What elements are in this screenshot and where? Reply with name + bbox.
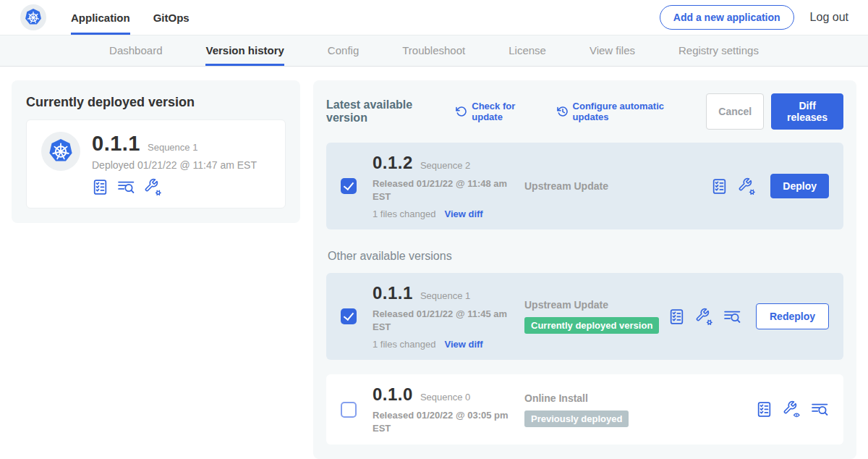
source-label: Upstream Update — [524, 180, 711, 192]
edit-config-icon[interactable] — [695, 308, 713, 326]
version-checkbox[interactable] — [341, 402, 357, 418]
version-row-0-1-0: 0.1.0 Sequence 0 Released 01/20/22 @ 03:… — [326, 374, 843, 445]
released-timestamp: Released 01/21/22 @ 11:48 am EST — [373, 177, 510, 203]
version-info: 0.1.1 Sequence 1 Released 01/21/22 @ 11:… — [373, 283, 517, 350]
version-checkbox[interactable] — [341, 178, 357, 194]
version-sequence: Sequence 0 — [420, 392, 470, 403]
add-application-button[interactable]: Add a new application — [660, 5, 794, 30]
edit-config-icon[interactable] — [144, 178, 162, 196]
released-timestamp: Released 01/20/22 @ 03:05 pm EST — [373, 409, 510, 434]
schedule-update-icon — [557, 106, 569, 117]
latest-available-title: Latest available version — [326, 98, 446, 125]
main-content: Currently deployed version 0.1.1 Sequenc… — [0, 67, 868, 459]
available-header: Latest available version Check for updat… — [326, 93, 843, 130]
available-versions-panel: Latest available version Check for updat… — [313, 80, 856, 459]
view-files-icon[interactable] — [723, 309, 741, 324]
version-actions: Redeploy — [668, 303, 829, 329]
currently-deployed-badge: Currently deployed version — [524, 317, 659, 334]
refresh-icon — [456, 106, 467, 117]
release-notes-icon[interactable] — [668, 308, 685, 325]
source-label: Upstream Update — [524, 299, 668, 311]
deployed-timestamp: Deployed 01/21/22 @ 11:47 am EST — [92, 159, 257, 171]
version-row-0-1-1: 0.1.1 Sequence 1 Released 01/21/22 @ 11:… — [326, 273, 843, 360]
subnav-version-history[interactable]: Version history — [205, 35, 284, 66]
subnav-dashboard[interactable]: Dashboard — [109, 35, 162, 66]
version-number: 0.1.0 — [373, 384, 413, 405]
deployed-actions — [92, 178, 257, 196]
version-sequence: Sequence 2 — [420, 160, 470, 171]
currently-deployed-panel: Currently deployed version 0.1.1 Sequenc… — [12, 80, 300, 223]
configure-updates-label: Configure automatic updates — [573, 101, 691, 122]
release-notes-icon[interactable] — [756, 401, 773, 418]
version-source: Upstream Update — [517, 180, 711, 192]
version-source: Upstream Update Currently deployed versi… — [517, 299, 668, 334]
tab-application[interactable]: Application — [71, 0, 130, 35]
header-actions: Cancel Diff releases — [706, 93, 843, 130]
released-timestamp: Released 01/21/22 @ 11:45 am EST — [373, 308, 510, 333]
app-icon-circle — [41, 132, 80, 171]
files-changed-label: 1 files changed — [373, 209, 435, 219]
view-diff-link[interactable]: View diff — [444, 209, 482, 219]
check-for-update-link[interactable]: Check for update — [456, 101, 540, 122]
version-info: 0.1.0 Sequence 0 Released 01/20/22 @ 03:… — [373, 384, 517, 434]
deployed-version-info: 0.1.1 Sequence 1 Deployed 01/21/22 @ 11:… — [92, 132, 257, 196]
subnav-config[interactable]: Config — [328, 35, 359, 66]
version-info: 0.1.2 Sequence 2 Released 01/21/22 @ 11:… — [373, 153, 517, 219]
kubernetes-logo-icon — [23, 7, 43, 28]
top-navigation-bar: Application GitOps Add a new application… — [0, 0, 868, 35]
configure-automatic-updates-link[interactable]: Configure automatic updates — [557, 101, 691, 122]
cancel-button[interactable]: Cancel — [706, 93, 764, 130]
redeploy-button[interactable]: Redeploy — [756, 303, 829, 329]
top-tabs: Application GitOps — [71, 0, 190, 35]
check-for-update-label: Check for update — [472, 101, 540, 122]
version-row-0-1-2: 0.1.2 Sequence 2 Released 01/21/22 @ 11:… — [326, 143, 843, 230]
deploy-button[interactable]: Deploy — [770, 174, 829, 198]
version-actions — [756, 400, 829, 418]
kubernetes-logo-icon — [46, 137, 75, 166]
subnav-troubleshoot[interactable]: Troubleshoot — [402, 35, 465, 66]
view-config-icon[interactable] — [783, 400, 801, 418]
files-changed-label: 1 files changed — [373, 339, 435, 350]
deployed-sequence: Sequence 1 — [148, 142, 197, 153]
diff-releases-button[interactable]: Diff releases — [771, 93, 843, 130]
view-files-icon[interactable] — [117, 180, 135, 195]
app-subnav: Dashboard Version history Config Trouble… — [0, 35, 868, 67]
version-source: Online Install Previously deployed — [517, 392, 756, 427]
tab-gitops[interactable]: GitOps — [153, 0, 190, 35]
version-number: 0.1.1 — [373, 283, 413, 303]
deployed-version-number: 0.1.1 — [92, 132, 140, 156]
previously-deployed-badge: Previously deployed — [524, 410, 629, 427]
subnav-registry-settings[interactable]: Registry settings — [678, 35, 759, 66]
currently-deployed-title: Currently deployed version — [26, 95, 286, 110]
version-checkbox[interactable] — [341, 308, 357, 324]
other-available-versions-title: Other available versions — [328, 250, 843, 263]
source-label: Online Install — [524, 392, 756, 404]
view-files-icon[interactable] — [811, 402, 829, 417]
view-diff-link[interactable]: View diff — [444, 339, 482, 350]
subnav-view-files[interactable]: View files — [590, 35, 635, 66]
logout-link[interactable]: Log out — [810, 11, 848, 24]
deployed-version-card: 0.1.1 Sequence 1 Deployed 01/21/22 @ 11:… — [26, 119, 286, 209]
topbar-spacer — [190, 0, 660, 35]
release-notes-icon[interactable] — [711, 178, 728, 195]
release-notes-icon[interactable] — [92, 179, 109, 195]
version-sequence: Sequence 1 — [420, 290, 470, 301]
subnav-license[interactable]: License — [509, 35, 546, 66]
version-number: 0.1.2 — [373, 153, 413, 173]
version-actions: Deploy — [711, 174, 829, 198]
edit-config-icon[interactable] — [738, 177, 756, 195]
app-logo — [20, 4, 46, 30]
